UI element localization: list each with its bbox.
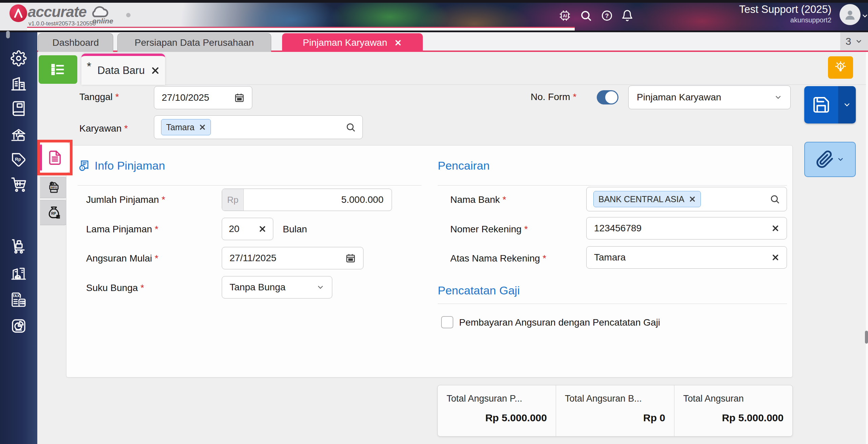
sidebar-item-cash-bank[interactable] — [11, 128, 27, 144]
total-angsuran: Total Angsuran Rp 5.000.000 — [674, 385, 792, 436]
jumlah-pinjaman-input[interactable]: Rp 5.000.000 — [222, 189, 392, 211]
form-type-value: Pinjaman Karyawan — [637, 92, 721, 103]
user-account: akunsupport2 — [628, 16, 831, 24]
lama-unit-label: Bulan — [283, 224, 307, 235]
sidebar-item-ledger[interactable] — [11, 100, 27, 117]
price-tag-rp-icon: Rp — [11, 152, 27, 168]
attachment-button[interactable] — [804, 142, 856, 177]
minitab-informasi[interactable]: INFO — [40, 177, 68, 198]
accurate-logo-icon — [9, 4, 27, 22]
chevron-down-icon — [837, 156, 844, 163]
tab-label: Persiapan Data Perusahaan — [135, 37, 254, 48]
angsuran-mulai-label: Angsuran Mulai * — [86, 253, 158, 264]
calendar-icon[interactable] — [234, 93, 244, 103]
avatar[interactable] — [840, 4, 861, 25]
clear-icon[interactable] — [772, 254, 779, 261]
user-menu-chevron-icon[interactable] — [861, 12, 868, 20]
loan-info-icon: i — [78, 159, 91, 172]
sidebar-item-settings[interactable] — [11, 50, 27, 66]
total-value: Rp 5.000.000 — [683, 412, 784, 424]
chevron-down-icon — [855, 38, 863, 45]
search-icon[interactable] — [346, 122, 356, 132]
sidebar-scroll-handle[interactable] — [6, 31, 10, 38]
search-icon[interactable] — [580, 9, 592, 22]
remove-chip-icon[interactable] — [689, 196, 696, 202]
tab-persiapan-data-perusahaan[interactable]: Persiapan Data Perusahaan — [117, 33, 271, 52]
minitab-rp[interactable]: RP — [40, 200, 68, 225]
remove-chip-icon[interactable] — [199, 124, 206, 131]
gear-icon — [11, 50, 27, 66]
nama-bank-label: Nama Bank * — [450, 194, 506, 205]
vertical-scrollbar-track[interactable] — [866, 52, 868, 444]
chevron-down-icon — [316, 283, 324, 291]
karyawan-label: Karyawan * — [79, 123, 128, 134]
karyawan-chip[interactable]: Tamara — [161, 119, 211, 135]
form-type-select[interactable]: Pinjaman Karyawan — [628, 85, 791, 109]
suku-bunga-label: Suku Bunga * — [86, 283, 144, 293]
sidebar-item-fixed-assets[interactable] — [11, 265, 27, 281]
sidebar-item-reports[interactable] — [11, 318, 27, 334]
book-icon — [11, 100, 27, 117]
page-tabstrip: Dashboard Persiapan Data Perusahaan Pinj… — [37, 32, 868, 52]
document-tab-data-baru[interactable]: * Data Baru — [81, 54, 165, 85]
save-main[interactable] — [804, 86, 838, 123]
karyawan-input[interactable]: Tamara — [154, 115, 363, 139]
help-icon[interactable]: ? — [601, 9, 613, 22]
clear-icon[interactable] — [259, 225, 266, 233]
calendar-icon[interactable] — [346, 253, 356, 263]
close-tab-icon[interactable] — [394, 39, 402, 47]
chip-label: BANK CENTRAL ASIA — [598, 194, 684, 204]
total-value: Rp 0 — [565, 412, 665, 424]
section-title-info-pinjaman: i Info Pinjaman — [78, 159, 165, 172]
search-icon[interactable] — [770, 194, 780, 204]
save-options-dropdown[interactable] — [838, 86, 856, 123]
vertical-scrollbar-thumb[interactable] — [865, 331, 868, 344]
tab-label: Pinjaman Karyawan — [303, 37, 387, 48]
chevron-down-icon — [774, 93, 782, 101]
sidebar: Rp TAX — [0, 32, 37, 444]
tanggal-input[interactable]: 27/10/2025 — [154, 86, 252, 109]
section-divider — [438, 185, 787, 186]
sidebar-item-inventory[interactable] — [11, 238, 27, 255]
user-name[interactable]: Test Support (2025) — [628, 3, 831, 16]
nomer-rekening-label: Nomer Rekening * — [450, 224, 528, 235]
ai-assistant-icon[interactable]: AI — [559, 9, 571, 22]
atas-nama-rekening-input[interactable]: Tamara — [586, 246, 787, 269]
tab-pinjaman-karyawan[interactable]: Pinjaman Karyawan — [282, 33, 423, 52]
nama-bank-input[interactable]: BANK CENTRAL ASIA — [586, 187, 787, 211]
atas-nama-value: Tamara — [594, 252, 626, 263]
total-label: Total Angsuran — [683, 393, 784, 404]
info-printer-icon: INFO — [47, 180, 61, 195]
lama-pinjaman-input[interactable]: 20 — [222, 218, 273, 240]
list-view-button[interactable] — [39, 55, 77, 84]
sidebar-item-purchases[interactable] — [11, 176, 27, 192]
nomer-rekening-input[interactable]: 123456789 — [586, 217, 787, 239]
sidebar-item-company[interactable] — [11, 76, 27, 92]
close-document-icon[interactable] — [151, 66, 160, 75]
hint-button[interactable] — [828, 56, 853, 79]
tanggal-label: Tanggal * — [79, 92, 119, 102]
list-icon — [49, 61, 67, 78]
nama-bank-chip[interactable]: BANK CENTRAL ASIA — [593, 191, 701, 207]
pencatatan-gaji-checkbox[interactable] — [441, 316, 453, 328]
tab-label: Dashboard — [53, 37, 99, 48]
logo-wordmark: accurate — [28, 3, 86, 20]
pencatatan-gaji-checkbox-label: Pembayaran Angsuran dengan Pencatatan Ga… — [459, 317, 660, 328]
suku-bunga-select[interactable]: Tanpa Bunga — [222, 276, 332, 298]
open-tabs-counter[interactable]: 3 — [840, 32, 868, 51]
section-divider — [78, 185, 421, 186]
no-form-toggle[interactable] — [597, 90, 618, 104]
sidebar-item-tax[interactable]: TAX — [11, 291, 27, 308]
jumlah-value: 5.000.000 — [341, 194, 383, 205]
version-text: v1.0.0-test#20573-120550 — [28, 20, 96, 27]
svg-text:RP: RP — [51, 212, 56, 215]
sidebar-item-sales[interactable]: Rp — [11, 152, 27, 168]
total-angsuran-bunga: Total Angsuran B... Rp 0 — [556, 385, 674, 436]
clear-icon[interactable] — [772, 225, 779, 232]
jumlah-pinjaman-label: Jumlah Pinjaman * — [86, 194, 165, 205]
tab-dashboard[interactable]: Dashboard — [38, 33, 113, 52]
angsuran-mulai-input[interactable]: 27/11/2025 — [222, 247, 363, 269]
section-divider — [438, 304, 787, 304]
pie-report-icon — [11, 318, 27, 334]
save-button[interactable] — [804, 86, 856, 123]
